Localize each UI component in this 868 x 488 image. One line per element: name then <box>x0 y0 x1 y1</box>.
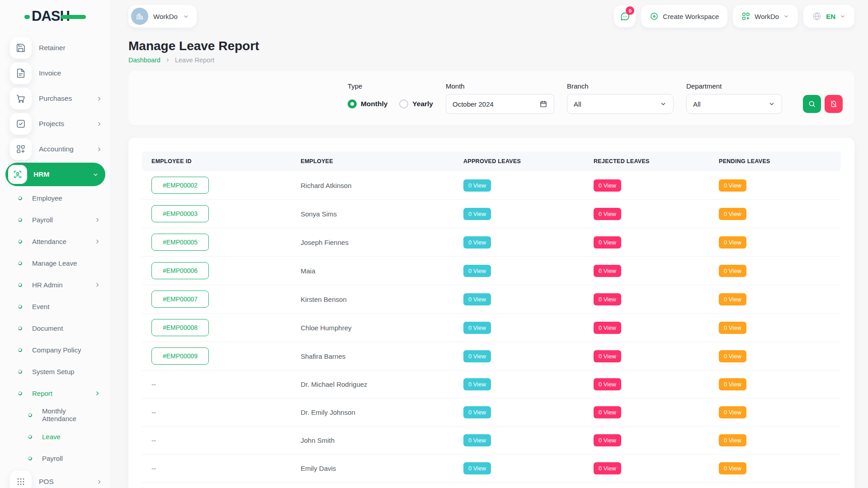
create-workspace-button[interactable]: Create Workspace <box>641 5 727 28</box>
radio-yearly-label: Yearly <box>412 100 433 108</box>
approved-leaves-cell: 0 View <box>454 171 584 200</box>
dot-icon <box>18 325 23 330</box>
sidebar-item-retainer[interactable]: Retainer <box>0 35 111 61</box>
sidebar-item-hrm[interactable]: HRM <box>5 163 105 186</box>
brand-logo[interactable]: DASH <box>0 0 111 33</box>
employee-id-button[interactable]: #EMP00006 <box>151 262 209 279</box>
employee-id-button[interactable]: #EMP00009 <box>151 347 209 365</box>
pending-view-badge[interactable]: 0 View <box>719 350 746 362</box>
workspace-selector[interactable]: WorkDo <box>128 5 197 28</box>
pending-view-badge[interactable]: 0 View <box>719 236 746 249</box>
messages-button[interactable]: 0 <box>614 5 636 27</box>
pending-view-badge[interactable]: 0 View <box>719 293 746 305</box>
employee-id-button[interactable]: #EMP00007 <box>151 291 209 308</box>
employee-id-button[interactable]: #EMP00008 <box>151 319 209 336</box>
radio-monthly[interactable]: Monthly <box>348 99 387 108</box>
rejected-view-badge[interactable]: 0 View <box>594 378 621 390</box>
pending-view-badge[interactable]: 0 View <box>719 208 746 220</box>
pending-view-badge[interactable]: 0 View <box>719 462 746 474</box>
pending-view-badge[interactable]: 0 View <box>719 179 746 192</box>
rejected-view-badge[interactable]: 0 View <box>594 293 621 305</box>
sidebar-subitem-hr-admin[interactable]: HR Admin <box>0 274 111 296</box>
rejected-view-badge[interactable]: 0 View <box>594 462 621 474</box>
employee-name: Richard Atkinson <box>301 182 352 189</box>
rejected-view-badge[interactable]: 0 View <box>594 265 621 277</box>
sidebar-subitem-label: Payroll <box>32 216 53 224</box>
sidebar-subitem-system-setup[interactable]: System Setup <box>0 361 111 382</box>
sidebar-item-accounting[interactable]: Accounting <box>0 136 111 162</box>
sidebar-subitem-monthly-attendance[interactable]: Monthly Attendance <box>0 404 111 426</box>
approved-view-badge[interactable]: 0 View <box>463 293 491 305</box>
approved-view-badge[interactable]: 0 View <box>463 434 491 446</box>
table-row: --James Brown0 View0 View0 View <box>142 483 841 488</box>
rejected-view-badge[interactable]: 0 View <box>594 179 621 192</box>
logo-accent-dot <box>24 15 30 19</box>
col-pending-leaves: PENDING LEAVES <box>709 151 841 171</box>
department-label: Department <box>686 82 782 90</box>
chevron-down-icon <box>840 13 846 19</box>
chevron-down-icon <box>183 13 189 20</box>
leave-report-table: EMPLOYEE ID EMPLOYEE APPROVED LEAVES REJ… <box>142 151 841 488</box>
rejected-view-badge[interactable]: 0 View <box>594 406 621 418</box>
chevron-right-icon <box>96 479 103 485</box>
approved-leaves-cell: 0 View <box>454 228 584 257</box>
employee-name-cell: Maia <box>291 257 454 285</box>
rejected-view-badge[interactable]: 0 View <box>594 236 621 249</box>
employee-id-button[interactable]: #EMP00002 <box>151 177 209 194</box>
table-header-row: EMPLOYEE ID EMPLOYEE APPROVED LEAVES REJ… <box>142 151 841 171</box>
pending-leaves-cell: 0 View <box>709 228 841 257</box>
employee-id-button[interactable]: #EMP00005 <box>151 234 209 251</box>
language-selector[interactable]: EN <box>803 5 854 28</box>
rejected-view-badge[interactable]: 0 View <box>594 434 621 446</box>
sidebar-item-invoice[interactable]: Invoice <box>0 61 111 86</box>
month-input[interactable]: October 2024 <box>446 94 554 114</box>
sidebar-subitem-attendance[interactable]: Attendance <box>0 230 111 252</box>
approved-view-badge[interactable]: 0 View <box>463 265 491 277</box>
table-row: --Emily Davis0 View0 View0 View <box>142 455 841 483</box>
rejected-view-badge[interactable]: 0 View <box>594 208 621 220</box>
approved-view-badge[interactable]: 0 View <box>463 208 491 220</box>
approved-view-badge[interactable]: 0 View <box>463 378 491 390</box>
rejected-view-badge[interactable]: 0 View <box>594 350 621 362</box>
reset-button[interactable] <box>825 95 843 113</box>
workspace-menu-button[interactable]: WorkDo <box>733 5 798 28</box>
sidebar-item-purchases[interactable]: Purchases <box>0 86 111 111</box>
breadcrumb-dashboard-link[interactable]: Dashboard <box>128 56 160 64</box>
sidebar-subitem-report[interactable]: Report <box>0 382 111 404</box>
employee-id-cell: -- <box>142 427 291 455</box>
sidebar-item-pos[interactable]: POS <box>0 469 111 488</box>
sidebar-item-projects[interactable]: Projects <box>0 111 111 136</box>
sidebar-subitem-document[interactable]: Document <box>0 317 111 339</box>
pending-view-badge[interactable]: 0 View <box>719 265 746 277</box>
month-label: Month <box>446 82 554 90</box>
approved-view-badge[interactable]: 0 View <box>463 406 491 418</box>
radio-yearly[interactable]: Yearly <box>399 99 433 108</box>
dot-icon <box>18 369 23 374</box>
approved-leaves-cell: 0 View <box>454 399 584 427</box>
sidebar-subitem-employee[interactable]: Employee <box>0 187 111 209</box>
approved-view-badge[interactable]: 0 View <box>463 179 491 192</box>
pending-view-badge[interactable]: 0 View <box>719 322 746 334</box>
approved-view-badge[interactable]: 0 View <box>463 350 491 362</box>
sidebar-subitem-company-policy[interactable]: Company Policy <box>0 339 111 361</box>
approved-view-badge[interactable]: 0 View <box>463 462 491 474</box>
sidebar-subitem-payroll[interactable]: Payroll <box>0 447 111 469</box>
search-button[interactable] <box>803 95 821 113</box>
rejected-leaves-cell: 0 View <box>584 257 709 285</box>
approved-view-badge[interactable]: 0 View <box>463 322 491 334</box>
employee-id-cell: #EMP00003 <box>142 200 291 228</box>
sidebar-subitem-event[interactable]: Event <box>0 296 111 317</box>
department-select[interactable]: All <box>686 94 782 114</box>
employee-id-button[interactable]: #EMP00003 <box>151 205 209 222</box>
branch-select[interactable]: All <box>567 94 674 114</box>
sidebar-subitem-manage-leave[interactable]: Manage Leave <box>0 252 111 274</box>
filter-card: Type Monthly Yearly Month <box>128 71 854 125</box>
pending-view-badge[interactable]: 0 View <box>719 378 746 390</box>
approved-view-badge[interactable]: 0 View <box>463 236 491 249</box>
pending-view-badge[interactable]: 0 View <box>719 434 746 446</box>
sidebar-subitem-payroll[interactable]: Payroll <box>0 209 111 230</box>
rejected-view-badge[interactable]: 0 View <box>594 322 621 334</box>
sidebar-subitem-leave[interactable]: Leave <box>0 426 111 447</box>
sidebar-subitem-label: Monthly Attendance <box>42 407 101 422</box>
pending-view-badge[interactable]: 0 View <box>719 406 746 418</box>
